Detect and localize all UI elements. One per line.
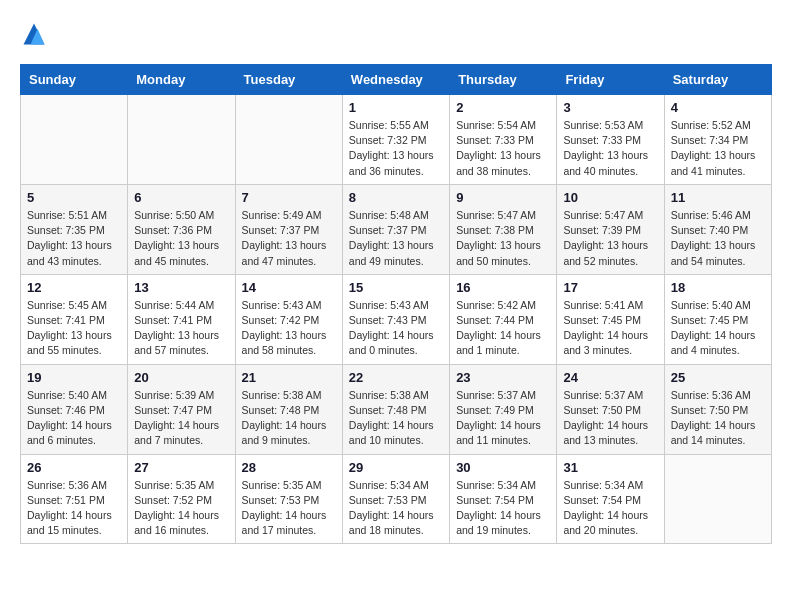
day-info: Sunrise: 5:45 AM Sunset: 7:41 PM Dayligh… — [27, 298, 121, 359]
day-number: 28 — [242, 460, 336, 475]
day-number: 25 — [671, 370, 765, 385]
day-info: Sunrise: 5:55 AM Sunset: 7:32 PM Dayligh… — [349, 118, 443, 179]
day-number: 11 — [671, 190, 765, 205]
logo — [20, 20, 52, 48]
calendar-cell: 1Sunrise: 5:55 AM Sunset: 7:32 PM Daylig… — [342, 95, 449, 185]
calendar-cell: 14Sunrise: 5:43 AM Sunset: 7:42 PM Dayli… — [235, 274, 342, 364]
day-info: Sunrise: 5:47 AM Sunset: 7:38 PM Dayligh… — [456, 208, 550, 269]
calendar-cell: 9Sunrise: 5:47 AM Sunset: 7:38 PM Daylig… — [450, 184, 557, 274]
calendar-cell: 4Sunrise: 5:52 AM Sunset: 7:34 PM Daylig… — [664, 95, 771, 185]
day-info: Sunrise: 5:34 AM Sunset: 7:53 PM Dayligh… — [349, 478, 443, 539]
day-info: Sunrise: 5:52 AM Sunset: 7:34 PM Dayligh… — [671, 118, 765, 179]
weekday-header-sunday: Sunday — [21, 65, 128, 95]
day-number: 20 — [134, 370, 228, 385]
day-info: Sunrise: 5:43 AM Sunset: 7:43 PM Dayligh… — [349, 298, 443, 359]
calendar-cell: 19Sunrise: 5:40 AM Sunset: 7:46 PM Dayli… — [21, 364, 128, 454]
weekday-header-wednesday: Wednesday — [342, 65, 449, 95]
day-info: Sunrise: 5:40 AM Sunset: 7:46 PM Dayligh… — [27, 388, 121, 449]
day-info: Sunrise: 5:37 AM Sunset: 7:49 PM Dayligh… — [456, 388, 550, 449]
day-info: Sunrise: 5:48 AM Sunset: 7:37 PM Dayligh… — [349, 208, 443, 269]
day-number: 24 — [563, 370, 657, 385]
day-info: Sunrise: 5:53 AM Sunset: 7:33 PM Dayligh… — [563, 118, 657, 179]
weekday-header-row: SundayMondayTuesdayWednesdayThursdayFrid… — [21, 65, 772, 95]
day-info: Sunrise: 5:50 AM Sunset: 7:36 PM Dayligh… — [134, 208, 228, 269]
week-row-1: 1Sunrise: 5:55 AM Sunset: 7:32 PM Daylig… — [21, 95, 772, 185]
calendar-cell — [128, 95, 235, 185]
day-info: Sunrise: 5:41 AM Sunset: 7:45 PM Dayligh… — [563, 298, 657, 359]
day-info: Sunrise: 5:36 AM Sunset: 7:50 PM Dayligh… — [671, 388, 765, 449]
calendar-cell: 3Sunrise: 5:53 AM Sunset: 7:33 PM Daylig… — [557, 95, 664, 185]
day-info: Sunrise: 5:39 AM Sunset: 7:47 PM Dayligh… — [134, 388, 228, 449]
day-info: Sunrise: 5:40 AM Sunset: 7:45 PM Dayligh… — [671, 298, 765, 359]
calendar-cell: 13Sunrise: 5:44 AM Sunset: 7:41 PM Dayli… — [128, 274, 235, 364]
calendar-cell: 10Sunrise: 5:47 AM Sunset: 7:39 PM Dayli… — [557, 184, 664, 274]
calendar-cell — [235, 95, 342, 185]
weekday-header-monday: Monday — [128, 65, 235, 95]
calendar-cell: 8Sunrise: 5:48 AM Sunset: 7:37 PM Daylig… — [342, 184, 449, 274]
weekday-header-friday: Friday — [557, 65, 664, 95]
day-number: 18 — [671, 280, 765, 295]
calendar-cell: 27Sunrise: 5:35 AM Sunset: 7:52 PM Dayli… — [128, 454, 235, 544]
calendar-cell: 20Sunrise: 5:39 AM Sunset: 7:47 PM Dayli… — [128, 364, 235, 454]
week-row-2: 5Sunrise: 5:51 AM Sunset: 7:35 PM Daylig… — [21, 184, 772, 274]
day-number: 8 — [349, 190, 443, 205]
calendar-cell: 22Sunrise: 5:38 AM Sunset: 7:48 PM Dayli… — [342, 364, 449, 454]
day-info: Sunrise: 5:34 AM Sunset: 7:54 PM Dayligh… — [456, 478, 550, 539]
calendar-cell: 28Sunrise: 5:35 AM Sunset: 7:53 PM Dayli… — [235, 454, 342, 544]
day-info: Sunrise: 5:49 AM Sunset: 7:37 PM Dayligh… — [242, 208, 336, 269]
day-info: Sunrise: 5:34 AM Sunset: 7:54 PM Dayligh… — [563, 478, 657, 539]
calendar-cell: 23Sunrise: 5:37 AM Sunset: 7:49 PM Dayli… — [450, 364, 557, 454]
day-info: Sunrise: 5:38 AM Sunset: 7:48 PM Dayligh… — [242, 388, 336, 449]
day-number: 7 — [242, 190, 336, 205]
week-row-5: 26Sunrise: 5:36 AM Sunset: 7:51 PM Dayli… — [21, 454, 772, 544]
day-number: 1 — [349, 100, 443, 115]
calendar-cell — [21, 95, 128, 185]
day-info: Sunrise: 5:46 AM Sunset: 7:40 PM Dayligh… — [671, 208, 765, 269]
day-number: 30 — [456, 460, 550, 475]
calendar-cell: 18Sunrise: 5:40 AM Sunset: 7:45 PM Dayli… — [664, 274, 771, 364]
calendar-cell: 6Sunrise: 5:50 AM Sunset: 7:36 PM Daylig… — [128, 184, 235, 274]
day-info: Sunrise: 5:42 AM Sunset: 7:44 PM Dayligh… — [456, 298, 550, 359]
calendar-cell: 29Sunrise: 5:34 AM Sunset: 7:53 PM Dayli… — [342, 454, 449, 544]
day-info: Sunrise: 5:35 AM Sunset: 7:52 PM Dayligh… — [134, 478, 228, 539]
day-info: Sunrise: 5:35 AM Sunset: 7:53 PM Dayligh… — [242, 478, 336, 539]
day-number: 21 — [242, 370, 336, 385]
day-number: 15 — [349, 280, 443, 295]
day-info: Sunrise: 5:43 AM Sunset: 7:42 PM Dayligh… — [242, 298, 336, 359]
day-info: Sunrise: 5:37 AM Sunset: 7:50 PM Dayligh… — [563, 388, 657, 449]
day-number: 26 — [27, 460, 121, 475]
day-number: 12 — [27, 280, 121, 295]
day-number: 4 — [671, 100, 765, 115]
calendar-cell: 16Sunrise: 5:42 AM Sunset: 7:44 PM Dayli… — [450, 274, 557, 364]
day-number: 3 — [563, 100, 657, 115]
week-row-3: 12Sunrise: 5:45 AM Sunset: 7:41 PM Dayli… — [21, 274, 772, 364]
logo-icon — [20, 20, 48, 48]
calendar-cell: 11Sunrise: 5:46 AM Sunset: 7:40 PM Dayli… — [664, 184, 771, 274]
calendar-cell: 5Sunrise: 5:51 AM Sunset: 7:35 PM Daylig… — [21, 184, 128, 274]
calendar-cell: 2Sunrise: 5:54 AM Sunset: 7:33 PM Daylig… — [450, 95, 557, 185]
day-number: 27 — [134, 460, 228, 475]
calendar-cell: 24Sunrise: 5:37 AM Sunset: 7:50 PM Dayli… — [557, 364, 664, 454]
day-number: 6 — [134, 190, 228, 205]
day-number: 16 — [456, 280, 550, 295]
day-number: 23 — [456, 370, 550, 385]
calendar-cell: 21Sunrise: 5:38 AM Sunset: 7:48 PM Dayli… — [235, 364, 342, 454]
calendar-cell: 15Sunrise: 5:43 AM Sunset: 7:43 PM Dayli… — [342, 274, 449, 364]
day-number: 22 — [349, 370, 443, 385]
day-number: 14 — [242, 280, 336, 295]
calendar-cell: 7Sunrise: 5:49 AM Sunset: 7:37 PM Daylig… — [235, 184, 342, 274]
day-number: 9 — [456, 190, 550, 205]
calendar-cell: 31Sunrise: 5:34 AM Sunset: 7:54 PM Dayli… — [557, 454, 664, 544]
calendar-cell: 26Sunrise: 5:36 AM Sunset: 7:51 PM Dayli… — [21, 454, 128, 544]
day-number: 2 — [456, 100, 550, 115]
calendar-table: SundayMondayTuesdayWednesdayThursdayFrid… — [20, 64, 772, 544]
day-number: 10 — [563, 190, 657, 205]
calendar-cell: 30Sunrise: 5:34 AM Sunset: 7:54 PM Dayli… — [450, 454, 557, 544]
day-info: Sunrise: 5:47 AM Sunset: 7:39 PM Dayligh… — [563, 208, 657, 269]
calendar-cell: 12Sunrise: 5:45 AM Sunset: 7:41 PM Dayli… — [21, 274, 128, 364]
weekday-header-tuesday: Tuesday — [235, 65, 342, 95]
calendar-cell: 17Sunrise: 5:41 AM Sunset: 7:45 PM Dayli… — [557, 274, 664, 364]
day-info: Sunrise: 5:54 AM Sunset: 7:33 PM Dayligh… — [456, 118, 550, 179]
calendar-cell — [664, 454, 771, 544]
day-number: 19 — [27, 370, 121, 385]
